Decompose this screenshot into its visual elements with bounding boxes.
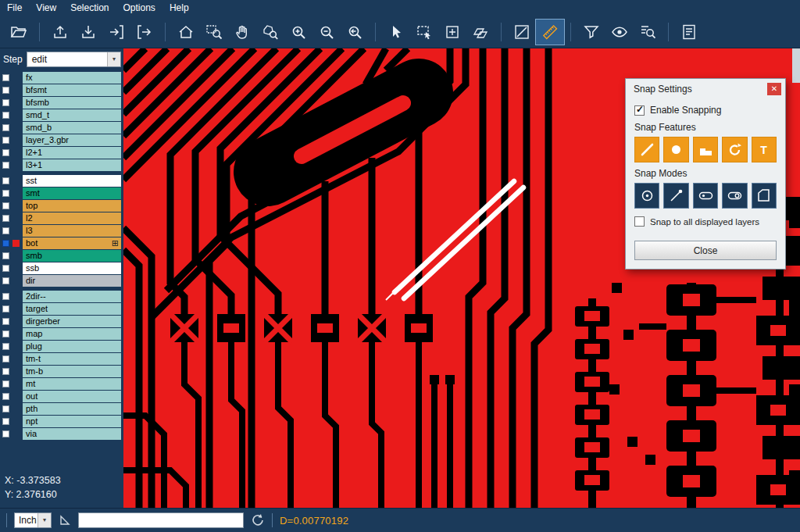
layer-checkbox[interactable]: [2, 293, 9, 300]
layer-checkbox[interactable]: [2, 87, 9, 94]
unit-select[interactable]: Inch ▾: [14, 512, 52, 528]
layer-name[interactable]: mt: [23, 378, 121, 390]
layer-row-fx[interactable]: fx: [0, 72, 123, 84]
layer-row-plug[interactable]: plug: [0, 341, 123, 352]
layer-checkbox[interactable]: [2, 405, 9, 412]
layer-name[interactable]: bfsmt: [23, 84, 121, 96]
layer-checkbox[interactable]: [2, 162, 9, 169]
layer-checkbox[interactable]: [2, 343, 9, 350]
menu-view[interactable]: View: [29, 1, 63, 15]
layer-row-pth[interactable]: pth: [0, 403, 123, 415]
layer-checkbox[interactable]: [2, 227, 9, 234]
layer-checkbox[interactable]: [2, 305, 9, 312]
layer-name[interactable]: layer_3.gbr: [23, 134, 121, 146]
layer-checkbox[interactable]: [2, 124, 9, 131]
toolbar-zoom-out-button[interactable]: [312, 20, 341, 45]
layer-name[interactable]: l3: [23, 225, 121, 237]
layer-row-top[interactable]: top: [0, 200, 123, 212]
layer-row-2dir--[interactable]: 2dir--: [0, 291, 123, 302]
chevron-down-icon[interactable]: ▾: [38, 513, 51, 527]
layer-name[interactable]: bfsmb: [23, 97, 121, 109]
close-button[interactable]: Close: [634, 241, 777, 260]
layer-name[interactable]: l3+1: [23, 159, 121, 171]
layer-name[interactable]: l2+1: [23, 147, 121, 159]
layer-checkbox[interactable]: [2, 190, 9, 197]
layer-checkbox[interactable]: [2, 252, 9, 259]
layer-row-map[interactable]: map: [0, 328, 123, 340]
layer-name[interactable]: l2: [23, 212, 121, 224]
snap-mode-point-button[interactable]: [663, 183, 688, 209]
menu-help[interactable]: Help: [162, 1, 196, 15]
layer-name[interactable]: top: [23, 200, 121, 212]
toolbar-zoom-window-button[interactable]: [200, 20, 228, 45]
step-select[interactable]: edit ▾: [27, 52, 121, 67]
layer-checkbox[interactable]: [2, 368, 9, 375]
snap-mode-contour-button[interactable]: [752, 183, 777, 209]
command-input[interactable]: [78, 512, 244, 528]
layer-checkbox[interactable]: [2, 240, 9, 247]
toolbar-select-window-button[interactable]: [410, 20, 438, 45]
layer-row-ssb[interactable]: ssb: [0, 262, 123, 274]
layer-checkbox[interactable]: [2, 393, 9, 400]
layer-row-via[interactable]: via: [0, 428, 123, 440]
snap-feature-line-button[interactable]: [634, 137, 659, 162]
toolbar-import-down-button[interactable]: [74, 20, 102, 45]
toolbar-pointer-button[interactable]: [382, 20, 410, 45]
layer-row-mt[interactable]: mt: [0, 378, 123, 390]
menu-selection[interactable]: Selection: [63, 1, 116, 15]
layer-row-l3[interactable]: l3: [0, 225, 123, 237]
menu-file[interactable]: File: [0, 1, 29, 15]
enable-snapping-checkbox[interactable]: [634, 105, 645, 116]
toolbar-filter-button[interactable]: [577, 20, 605, 45]
layer-row-smt[interactable]: smt: [0, 187, 123, 199]
snap-feature-text-button[interactable]: T: [752, 137, 777, 162]
snap-mode-center-button[interactable]: [634, 183, 659, 209]
layer-checkbox[interactable]: [2, 318, 9, 325]
toolbar-home-button[interactable]: [172, 20, 200, 45]
layer-row-sst[interactable]: sst: [0, 175, 123, 187]
toolbar-import-up-button[interactable]: [46, 20, 74, 45]
refresh-icon[interactable]: [251, 513, 265, 527]
canvas-scrollbar-thumb[interactable]: [792, 48, 800, 83]
layer-row-l2+1[interactable]: l2+1: [0, 147, 123, 159]
layer-row-bot[interactable]: bot⊞: [0, 237, 123, 249]
all-layers-checkbox[interactable]: [634, 216, 645, 227]
snap-feature-pad-button[interactable]: [663, 137, 688, 162]
toolbar-zoom-previous-button[interactable]: [341, 20, 369, 45]
layer-name[interactable]: smd_b: [23, 122, 121, 134]
layer-row-dirgerber[interactable]: dirgerber: [0, 316, 123, 327]
menu-options[interactable]: Options: [116, 1, 162, 15]
layer-checkbox[interactable]: [2, 99, 9, 106]
toolbar-find-button[interactable]: [634, 20, 662, 45]
layer-row-layer_3.gbr[interactable]: layer_3.gbr: [0, 134, 123, 146]
layer-row-target[interactable]: target: [0, 303, 123, 315]
layer-row-tm-t[interactable]: tm-t: [0, 353, 123, 365]
close-icon[interactable]: ✕: [767, 83, 781, 95]
layer-name[interactable]: sst: [23, 175, 121, 187]
layer-name[interactable]: pth: [23, 403, 121, 415]
layer-name[interactable]: npt: [23, 416, 121, 427]
layer-name[interactable]: out: [23, 391, 121, 402]
layer-name[interactable]: fx: [23, 72, 121, 84]
layer-name[interactable]: dir: [23, 275, 121, 287]
layer-row-smd_b[interactable]: smd_b: [0, 122, 123, 134]
toolbar-transform-button[interactable]: [466, 20, 495, 45]
layer-name[interactable]: via: [23, 428, 121, 440]
layer-checkbox[interactable]: [2, 380, 9, 387]
layer-row-npt[interactable]: npt: [0, 416, 123, 427]
toolbar-highlight-eye-button[interactable]: [605, 20, 634, 45]
all-layers-row[interactable]: Snap to all displayed layers: [634, 216, 777, 227]
layer-name[interactable]: dirgerber: [23, 316, 121, 327]
layer-checkbox[interactable]: [2, 74, 9, 81]
layer-name[interactable]: target: [23, 303, 121, 315]
layer-checkbox[interactable]: [2, 202, 9, 209]
layer-checkbox[interactable]: [2, 418, 9, 425]
layer-checkbox[interactable]: [2, 430, 9, 437]
layer-checkbox[interactable]: [2, 215, 9, 222]
layer-name[interactable]: map: [23, 328, 121, 340]
snap-feature-arc-button[interactable]: [722, 137, 747, 162]
layer-name[interactable]: ssb: [23, 262, 121, 274]
toolbar-report-button[interactable]: [675, 20, 703, 45]
toolbar-pan-button[interactable]: [228, 20, 256, 45]
layer-name[interactable]: smd_t: [23, 109, 121, 121]
